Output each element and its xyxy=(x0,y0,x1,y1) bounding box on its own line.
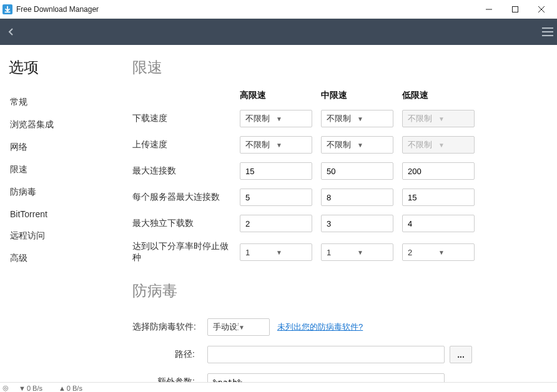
status-upload-speed: ▲0 B/s xyxy=(59,385,82,392)
row-max-standalone: 最大独立下载数 xyxy=(132,215,545,232)
upload-speed-low[interactable]: 不限制▼ xyxy=(402,136,475,154)
antivirus-not-listed-link[interactable]: 未列出您的防病毒软件? xyxy=(277,321,363,333)
chevron-down-icon: ▼ xyxy=(276,115,307,122)
chevron-down-icon: ▼ xyxy=(438,249,469,256)
stop-seeding-high[interactable]: 1▼ xyxy=(240,243,312,261)
av-path-input[interactable] xyxy=(207,346,445,363)
row-choose-antivirus: 选择防病毒软件: 手动设置...▼ 未列出您的防病毒软件? xyxy=(132,318,545,336)
max-standalone-medium[interactable] xyxy=(321,215,393,232)
row-stop-seeding: 达到以下分享率时停止做种 1▼ 1▼ 2▼ xyxy=(132,241,545,263)
upload-speed-high[interactable]: 不限制▼ xyxy=(240,136,312,154)
chevron-down-icon: ▼ xyxy=(438,115,469,122)
sidebar-item-browser[interactable]: 浏览器集成 xyxy=(9,114,116,136)
label-choose-antivirus: 选择防病毒软件: xyxy=(132,321,207,333)
av-args-input[interactable] xyxy=(207,373,445,382)
label-max-standalone: 最大独立下载数 xyxy=(132,218,240,229)
chevron-down-icon: ▼ xyxy=(357,249,388,256)
column-headers: 高限速 中限速 低限速 xyxy=(132,90,545,101)
max-connections-high[interactable] xyxy=(240,162,312,180)
sidebar: 选项 常规 浏览器集成 网络 限速 防病毒 BitTorrent 远程访问 高级 xyxy=(0,45,122,382)
stop-seeding-low[interactable]: 2▼ xyxy=(402,243,475,261)
row-upload-speed: 上传速度 不限制▼ 不限制▼ 不限制▼ xyxy=(132,136,545,154)
label-max-conn-per-server: 每个服务器最大连接数 xyxy=(132,192,240,203)
col-high: 高限速 xyxy=(240,90,321,101)
status-download-speed: ▼0 B/s xyxy=(19,385,42,392)
chevron-down-icon: ▼ xyxy=(276,142,307,149)
row-av-args: 额外参数: xyxy=(132,373,545,382)
sidebar-item-network[interactable]: 网络 xyxy=(9,136,116,159)
row-av-path: 路径: ... xyxy=(132,346,545,363)
menu-icon[interactable] xyxy=(542,27,553,36)
col-low: 低限速 xyxy=(402,90,483,101)
sidebar-item-advanced[interactable]: 高级 xyxy=(9,247,116,270)
download-speed-medium[interactable]: 不限制▼ xyxy=(321,110,393,127)
download-speed-high[interactable]: 不限制▼ xyxy=(240,110,312,127)
sidebar-item-general[interactable]: 常规 xyxy=(9,91,116,114)
section-title-antivirus: 防病毒 xyxy=(132,281,545,301)
main-panel: 限速 高限速 中限速 低限速 下载速度 不限制▼ 不限制▼ 不限制▼ 上传速度 … xyxy=(122,45,557,382)
arrow-up-icon: ▲ xyxy=(59,385,66,392)
app-icon xyxy=(2,4,12,14)
section-title-speed: 限速 xyxy=(132,57,545,77)
antivirus-select[interactable]: 手动设置...▼ xyxy=(207,318,270,336)
chevron-down-icon: ▼ xyxy=(239,324,264,331)
max-conn-server-low[interactable] xyxy=(402,189,475,206)
sidebar-item-speed-limits[interactable]: 限速 xyxy=(9,159,116,181)
label-av-path: 路径: xyxy=(132,349,207,360)
max-conn-server-high[interactable] xyxy=(240,189,312,206)
browse-button[interactable]: ... xyxy=(450,346,472,363)
upload-speed-medium[interactable]: 不限制▼ xyxy=(321,136,393,154)
max-standalone-high[interactable] xyxy=(240,215,312,232)
titlebar: Free Download Manager xyxy=(0,0,557,19)
max-connections-low[interactable] xyxy=(402,162,475,180)
max-conn-server-medium[interactable] xyxy=(321,189,393,206)
row-max-connections: 最大连接数 xyxy=(132,162,545,180)
label-max-connections: 最大连接数 xyxy=(132,165,240,177)
arrow-down-icon: ▼ xyxy=(19,385,26,392)
maximize-button[interactable] xyxy=(502,1,528,18)
row-download-speed: 下载速度 不限制▼ 不限制▼ 不限制▼ xyxy=(132,110,545,127)
label-download-speed: 下载速度 xyxy=(132,113,240,124)
window-title: Free Download Manager xyxy=(16,5,476,14)
chevron-down-icon: ▼ xyxy=(438,142,469,149)
label-upload-speed: 上传速度 xyxy=(132,139,240,150)
sidebar-item-remote[interactable]: 远程访问 xyxy=(9,225,116,247)
max-standalone-low[interactable] xyxy=(402,215,475,232)
chevron-down-icon: ▼ xyxy=(357,115,388,122)
row-max-conn-per-server: 每个服务器最大连接数 xyxy=(132,189,545,206)
content-area: 选项 常规 浏览器集成 网络 限速 防病毒 BitTorrent 远程访问 高级… xyxy=(0,45,557,382)
chevron-down-icon: ▼ xyxy=(276,249,307,256)
snail-icon[interactable]: ◎ xyxy=(2,384,9,392)
sidebar-item-antivirus[interactable]: 防病毒 xyxy=(9,181,116,203)
chevron-down-icon: ▼ xyxy=(357,142,388,149)
max-connections-medium[interactable] xyxy=(321,162,393,180)
window-controls xyxy=(476,1,555,18)
toolbar xyxy=(0,19,557,45)
sidebar-item-bittorrent[interactable]: BitTorrent xyxy=(9,203,116,225)
close-button[interactable] xyxy=(528,1,555,18)
stop-seeding-medium[interactable]: 1▼ xyxy=(321,243,393,261)
svg-rect-1 xyxy=(513,6,518,12)
minimize-button[interactable] xyxy=(476,1,502,18)
statusbar: ◎ ▼0 B/s ▲0 B/s xyxy=(0,382,557,392)
download-speed-low[interactable]: 不限制▼ xyxy=(402,110,475,127)
label-stop-seeding: 达到以下分享率时停止做种 xyxy=(132,241,240,263)
sidebar-title: 选项 xyxy=(9,57,116,77)
label-av-args: 额外参数: xyxy=(132,376,207,382)
back-button[interactable] xyxy=(4,24,19,39)
col-medium: 中限速 xyxy=(321,90,402,101)
